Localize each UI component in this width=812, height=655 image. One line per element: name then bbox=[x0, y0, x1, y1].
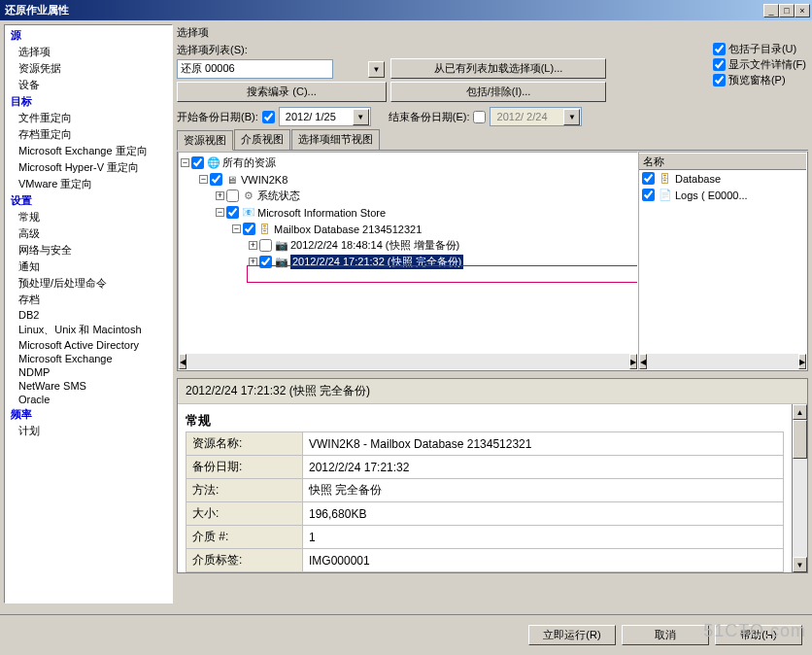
checkbox-icon[interactable] bbox=[713, 58, 726, 71]
table-row: 备份集描述:全备份 bbox=[186, 572, 784, 573]
show-detail-checkbox[interactable]: 显示文件详情(F) bbox=[713, 57, 806, 72]
tree-node-selected[interactable]: +📷2012/2/24 17:21:32 (快照 完全备份) bbox=[181, 254, 635, 270]
minimize-button[interactable]: _ bbox=[763, 4, 779, 17]
detail-table: 资源名称:VWIN2K8 - Mailbox Database 21345123… bbox=[186, 431, 784, 572]
expand-icon[interactable]: + bbox=[249, 241, 257, 250]
nav-item[interactable]: 计划 bbox=[5, 423, 172, 439]
start-date-enable[interactable] bbox=[262, 111, 275, 123]
run-now-button[interactable]: 立即运行(R) bbox=[528, 625, 616, 645]
help-button[interactable]: 帮助(H) bbox=[715, 625, 802, 645]
collapse-icon[interactable]: − bbox=[199, 175, 208, 184]
tab-strip: 资源视图 介质视图 选择项细节视图 bbox=[177, 129, 808, 151]
include-subdir-checkbox[interactable]: 包括子目录(U) bbox=[713, 42, 806, 56]
tree-node-root[interactable]: −🌐所有的资源 bbox=[181, 155, 635, 171]
section-title: 选择项 bbox=[177, 24, 808, 42]
nav-item[interactable]: 存档 bbox=[5, 292, 172, 308]
nav-item[interactable]: VMware 重定向 bbox=[5, 176, 172, 192]
snapshot-icon: 📷 bbox=[274, 255, 288, 269]
expand-icon[interactable]: + bbox=[249, 258, 257, 266]
tree-node[interactable]: +⚙系统状态 bbox=[181, 188, 635, 204]
nav-item[interactable]: Microsoft Hyper-V 重定向 bbox=[5, 159, 172, 176]
collapse-icon[interactable]: − bbox=[216, 208, 224, 217]
nav-item[interactable]: 资源凭据 bbox=[5, 60, 172, 77]
load-from-list-button[interactable]: 从已有列表加载选择项(L)... bbox=[390, 58, 606, 79]
tree-checkbox[interactable] bbox=[259, 256, 272, 268]
table-row: 大小:196,680KB bbox=[186, 502, 784, 526]
checkbox-icon[interactable] bbox=[713, 74, 726, 86]
checkbox-icon[interactable] bbox=[642, 189, 655, 201]
database-icon: 🗄 bbox=[658, 171, 672, 186]
scrollbar-track[interactable] bbox=[647, 354, 798, 369]
exchange-icon: 📧 bbox=[241, 205, 255, 220]
nav-item[interactable]: Oracle bbox=[5, 393, 172, 406]
expand-icon[interactable]: + bbox=[216, 191, 224, 200]
scroll-right-icon[interactable]: ▶ bbox=[798, 354, 806, 369]
nav-item[interactable]: 通知 bbox=[5, 259, 172, 275]
tree-node[interactable]: +📷2012/2/24 18:48:14 (快照 增量备份) bbox=[181, 237, 635, 254]
tree-checkbox[interactable] bbox=[210, 173, 222, 186]
name-list-header[interactable]: 名称 bbox=[639, 153, 806, 170]
tab-media-view[interactable]: 介质视图 bbox=[234, 129, 290, 150]
nav-item[interactable]: Linux、Unix 和 Macintosh bbox=[5, 322, 172, 338]
nav-item[interactable]: NDMP bbox=[5, 365, 172, 379]
left-nav: 源 选择项 资源凭据 设备 目标 文件重定向 存档重定向 Microsoft E… bbox=[4, 24, 173, 603]
tree-checkbox[interactable] bbox=[226, 190, 239, 202]
selection-list-combo[interactable] bbox=[177, 59, 333, 79]
scroll-left-icon[interactable]: ◀ bbox=[639, 354, 647, 369]
scroll-up-icon[interactable]: ▲ bbox=[793, 404, 807, 420]
nav-item[interactable]: NetWare SMS bbox=[5, 379, 172, 393]
start-date-input[interactable] bbox=[279, 107, 371, 126]
nav-item[interactable]: 文件重定向 bbox=[5, 110, 172, 126]
end-date-enable[interactable] bbox=[473, 111, 486, 123]
detail-title: 2012/2/24 17:21:32 (快照 完全备份) bbox=[178, 379, 807, 404]
tree-node[interactable]: −🗄Mailbox Database 2134512321 bbox=[181, 221, 635, 237]
scrollbar-track[interactable] bbox=[186, 354, 629, 369]
close-button[interactable]: × bbox=[795, 4, 810, 17]
checkbox-icon[interactable] bbox=[713, 43, 726, 55]
end-date-input[interactable] bbox=[490, 107, 582, 126]
tree-pane[interactable]: −🌐所有的资源 −🖥VWIN2K8 +⚙系统状态 −📧Microsoft Inf… bbox=[178, 152, 638, 370]
snapshot-icon: 📷 bbox=[274, 238, 288, 253]
nav-item[interactable]: 网络与安全 bbox=[5, 242, 172, 259]
nav-item[interactable]: 存档重定向 bbox=[5, 126, 172, 143]
nav-item[interactable]: 选择项 bbox=[5, 44, 172, 60]
search-catalog-button[interactable]: 搜索编录 (C)... bbox=[177, 82, 387, 102]
list-item[interactable]: 📄Logs ( E0000... bbox=[639, 187, 806, 203]
scroll-down-icon[interactable]: ▼ bbox=[793, 557, 807, 572]
preview-pane-checkbox[interactable]: 预览窗格(P) bbox=[713, 73, 806, 87]
database-icon: 🗄 bbox=[257, 222, 272, 236]
detail-scroll[interactable]: 常规 资源名称:VWIN2K8 - Mailbox Database 21345… bbox=[178, 404, 792, 572]
scroll-right-icon[interactable]: ▶ bbox=[629, 354, 637, 369]
maximize-button[interactable]: □ bbox=[779, 4, 795, 17]
nav-item[interactable]: DB2 bbox=[5, 308, 172, 322]
cancel-button[interactable]: 取消 bbox=[622, 625, 709, 645]
table-row: 方法:快照 完全备份 bbox=[186, 479, 784, 502]
nav-item[interactable]: 预处理/后处理命令 bbox=[5, 275, 172, 292]
nav-item[interactable]: Microsoft Exchange bbox=[5, 352, 172, 365]
tab-detail-view[interactable]: 选择项细节视图 bbox=[291, 129, 380, 150]
end-date-label: 结束备份日期(E): bbox=[389, 110, 470, 124]
tree-checkbox[interactable] bbox=[191, 156, 204, 169]
checkbox-icon[interactable] bbox=[642, 172, 655, 185]
tree-checkbox[interactable] bbox=[259, 239, 272, 252]
scrollbar-track[interactable] bbox=[793, 420, 807, 557]
include-exclude-button[interactable]: 包括/排除(I)... bbox=[390, 82, 606, 102]
table-row: 备份日期:2012/2/24 17:21:32 bbox=[186, 456, 784, 479]
detail-scrollbar[interactable]: ▲ ▼ bbox=[792, 404, 807, 572]
nav-item[interactable]: 常规 bbox=[5, 209, 172, 225]
tree-checkbox[interactable] bbox=[226, 206, 239, 219]
collapse-icon[interactable]: − bbox=[181, 158, 189, 167]
globe-icon: 🌐 bbox=[206, 155, 220, 170]
collapse-icon[interactable]: − bbox=[232, 224, 241, 233]
tree-checkbox[interactable] bbox=[243, 223, 255, 235]
scroll-left-icon[interactable]: ◀ bbox=[179, 354, 186, 369]
nav-item[interactable]: 设备 bbox=[5, 77, 172, 93]
nav-item[interactable]: Microsoft Active Directory bbox=[5, 338, 172, 352]
list-item[interactable]: 🗄Database bbox=[639, 170, 806, 187]
nav-item[interactable]: 高级 bbox=[5, 225, 172, 242]
tree-node[interactable]: −📧Microsoft Information Store bbox=[181, 204, 635, 221]
tree-node[interactable]: −🖥VWIN2K8 bbox=[181, 171, 635, 188]
nav-item[interactable]: Microsoft Exchange 重定向 bbox=[5, 143, 172, 159]
tab-resource-view[interactable]: 资源视图 bbox=[177, 130, 233, 151]
nav-group-target: 目标 bbox=[5, 93, 172, 110]
